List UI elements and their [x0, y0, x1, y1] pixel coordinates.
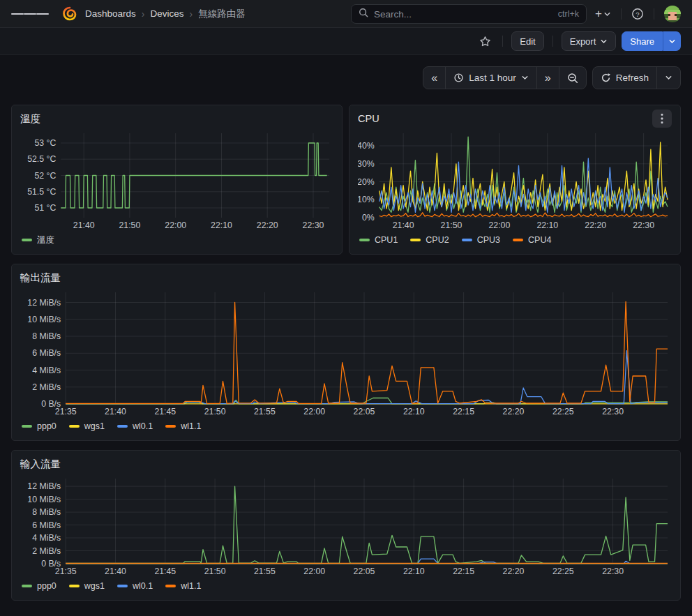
avatar: [664, 6, 681, 22]
legend-color-dash: [22, 425, 32, 428]
divider: [552, 36, 553, 47]
time-range-picker[interactable]: Last 1 hour: [445, 67, 536, 89]
input-traffic-chart[interactable]: 21:3521:4021:4521:5021:5522:0022:0522:10…: [20, 473, 672, 578]
clock-icon: [453, 73, 464, 83]
breadcrumb-dashboards[interactable]: Dashboards: [85, 8, 136, 19]
svg-text:10 MiB/s: 10 MiB/s: [27, 495, 61, 504]
svg-text:22:30: 22:30: [633, 220, 654, 230]
cpu-chart[interactable]: 21:4021:5022:0022:1022:2022:300%10%20%30…: [358, 128, 672, 232]
legend-item[interactable]: 溫度: [22, 234, 54, 246]
svg-text:22:30: 22:30: [602, 407, 624, 416]
svg-text:22:25: 22:25: [552, 566, 574, 576]
legend-item[interactable]: CPU3: [462, 235, 500, 245]
svg-text:21:55: 21:55: [254, 566, 276, 576]
panel-output-traffic: 輸出流量 21:3521:4021:4521:5021:5522:0022:05…: [11, 264, 681, 441]
divider: [502, 36, 503, 47]
time-shift-back-button[interactable]: «: [423, 67, 445, 89]
search-placeholder: Search...: [374, 9, 558, 20]
breadcrumb-devices[interactable]: Devices: [150, 8, 183, 19]
svg-text:20%: 20%: [358, 177, 375, 187]
user-menu-button[interactable]: [661, 3, 684, 25]
panel-menu-button[interactable]: [652, 110, 672, 128]
output-traffic-chart[interactable]: 21:3521:4021:4521:5021:5522:0022:0522:10…: [20, 287, 672, 418]
temperature-chart[interactable]: 21:4021:5022:0022:1022:2022:3051 °C51.5 …: [20, 128, 333, 232]
svg-text:22:30: 22:30: [602, 566, 624, 576]
edit-button[interactable]: Edit: [511, 31, 543, 51]
svg-text:22:20: 22:20: [503, 407, 525, 416]
svg-text:51.5 °C: 51.5 °C: [27, 187, 56, 197]
svg-text:21:45: 21:45: [154, 566, 176, 576]
refresh-icon: [601, 73, 611, 83]
star-button[interactable]: [476, 33, 494, 50]
svg-text:52.5 °C: 52.5 °C: [27, 154, 56, 164]
help-button[interactable]: ?: [629, 5, 647, 23]
svg-text:21:40: 21:40: [105, 566, 126, 576]
svg-text:2 MiB/s: 2 MiB/s: [32, 546, 61, 556]
chevrons-right-icon: »: [545, 73, 551, 84]
chart-legend: 溫度: [20, 232, 333, 248]
legend-label: wl0.1: [133, 421, 153, 431]
svg-text:22:00: 22:00: [303, 566, 325, 576]
share-split-button: Share: [622, 31, 681, 51]
legend-item[interactable]: CPU1: [359, 235, 398, 245]
refresh-interval-button[interactable]: [656, 67, 680, 89]
panel-header[interactable]: 輸入流量: [20, 455, 672, 473]
share-button[interactable]: Share: [622, 31, 663, 51]
time-shift-forward-button[interactable]: »: [536, 67, 559, 89]
legend-item[interactable]: CPU4: [513, 235, 551, 245]
zoom-out-button[interactable]: [559, 67, 586, 89]
kebab-menu-icon: [661, 113, 663, 124]
breadcrumb-separator-icon: ›: [142, 8, 145, 20]
panel-header[interactable]: CPU: [358, 110, 672, 128]
legend-label: CPU4: [528, 235, 551, 245]
svg-text:12 MiB/s: 12 MiB/s: [27, 481, 61, 491]
legend-label: CPU1: [375, 235, 398, 245]
svg-text:22:30: 22:30: [303, 220, 324, 230]
search-input[interactable]: Search... ctrl+k: [351, 4, 587, 24]
export-button[interactable]: Export: [562, 31, 617, 51]
panel-header[interactable]: 輸出流量: [20, 269, 672, 287]
search-shortcut: ctrl+k: [558, 9, 579, 19]
legend-color-dash: [165, 585, 176, 587]
legend-label: CPU2: [426, 235, 449, 245]
svg-text:22:25: 22:25: [552, 407, 574, 416]
chevron-down-icon: [603, 10, 611, 18]
svg-text:6 MiB/s: 6 MiB/s: [32, 348, 61, 358]
new-menu-button[interactable]: +: [592, 4, 614, 24]
legend-item[interactable]: wl1.1: [165, 581, 201, 591]
svg-text:4 MiB/s: 4 MiB/s: [32, 533, 61, 543]
panel-cpu: CPU 21:4021:5022:0022:1022:2022:300%10%2…: [349, 105, 681, 255]
search-icon: [359, 8, 368, 20]
chevron-down-icon: [665, 74, 672, 82]
panel-header[interactable]: 溫度: [20, 110, 333, 128]
legend-color-dash: [117, 425, 128, 428]
share-menu-button[interactable]: [663, 31, 681, 51]
svg-text:21:40: 21:40: [73, 220, 95, 230]
legend-item[interactable]: wl0.1: [117, 421, 153, 431]
legend-item[interactable]: wgs1: [69, 581, 105, 591]
panel-input-traffic: 輸入流量 21:3521:4021:4521:5021:5522:0022:05…: [11, 450, 681, 601]
legend-item[interactable]: ppp0: [22, 581, 57, 591]
legend-item[interactable]: ppp0: [22, 421, 57, 431]
zoom-out-icon: [567, 73, 578, 84]
hamburger-menu-icon[interactable]: [8, 9, 52, 19]
svg-text:22:05: 22:05: [354, 566, 375, 576]
legend-color-dash: [165, 425, 176, 428]
chevrons-left-icon: «: [431, 73, 437, 84]
legend-label: wl1.1: [181, 421, 201, 431]
svg-text:30%: 30%: [358, 159, 375, 169]
legend-item[interactable]: wgs1: [69, 421, 105, 431]
legend-color-dash: [462, 239, 472, 241]
svg-text:22:10: 22:10: [403, 566, 425, 576]
legend-item[interactable]: wl1.1: [165, 421, 201, 431]
legend-color-dash: [410, 239, 421, 241]
legend-color-dash: [69, 585, 80, 587]
svg-text:22:05: 22:05: [354, 407, 375, 416]
legend-item[interactable]: wl0.1: [117, 581, 153, 591]
legend-color-dash: [117, 585, 128, 587]
legend-item[interactable]: CPU2: [410, 235, 449, 245]
grafana-logo[interactable]: [61, 6, 78, 22]
refresh-button[interactable]: Refresh: [593, 67, 656, 89]
svg-text:21:55: 21:55: [254, 407, 276, 416]
svg-text:22:20: 22:20: [503, 566, 525, 576]
